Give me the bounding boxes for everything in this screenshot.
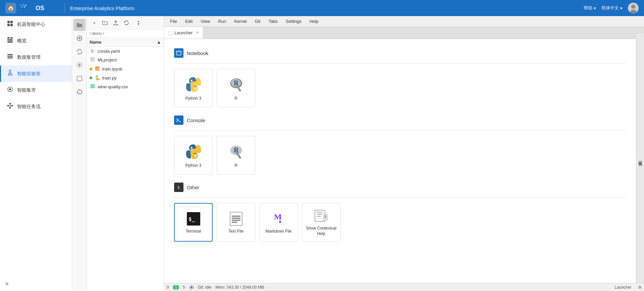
breadcrumb-text: / demo /	[90, 31, 104, 36]
svg-point-1	[22, 4, 24, 6]
status-gear[interactable]	[189, 285, 194, 290]
file-item-train-ipynb[interactable]: nb train.ipynb	[87, 64, 164, 74]
file-item-wine-csv[interactable]: wine-quality.csv	[87, 82, 164, 91]
notebook-grid: Python 3	[174, 69, 626, 107]
sidebar-label-lab: 智能实验室	[17, 71, 41, 77]
svg-rect-17	[7, 41, 13, 43]
user-avatar[interactable]	[628, 3, 639, 13]
svg-point-0	[20, 5, 22, 6]
file-item-mlproject[interactable]: MLproject	[87, 55, 164, 64]
svg-rect-73	[317, 212, 323, 213]
svg-point-2	[25, 5, 26, 6]
top-bar-right: 帮助 ▾ 简体中文 ▾	[584, 3, 639, 13]
launcher-tab-close[interactable]: ✕	[196, 31, 199, 35]
help-menu[interactable]: 帮助 ▾	[584, 5, 596, 11]
svg-text:nb: nb	[96, 67, 99, 70]
sidebar-item-lab[interactable]: 智能实验室	[0, 65, 72, 82]
train-ipynb-filename: train.ipynb	[102, 66, 122, 71]
refresh-btn[interactable]	[122, 18, 131, 28]
sidebar-item-market[interactable]: 智能集市	[0, 82, 72, 98]
enos-logo: En OS	[19, 3, 59, 13]
svg-text:En: En	[28, 5, 35, 11]
sort-btn[interactable]	[132, 18, 142, 28]
language-menu[interactable]: 简体中文 ▾	[601, 5, 623, 11]
status-menu-icon[interactable]: ≡	[638, 284, 641, 290]
run-instances-panel[interactable]: 运行实例	[636, 34, 644, 283]
r-notebook-card[interactable]: R R	[217, 69, 255, 107]
sidebar-item-dataset[interactable]: 数据集管理	[0, 49, 72, 65]
status-zero: 0	[167, 285, 169, 290]
menu-run[interactable]: Run	[215, 17, 229, 25]
new-folder-btn[interactable]: +	[100, 18, 110, 28]
svg-point-8	[631, 5, 635, 9]
svg-point-56	[191, 147, 192, 148]
markdownfile-label: Markdown File	[265, 229, 291, 234]
new-file-btn[interactable]: +	[90, 18, 99, 28]
svg-point-24	[7, 105, 9, 107]
icon-panel-refresh[interactable]	[73, 46, 86, 58]
svg-text:?: ?	[324, 215, 326, 220]
markdownfile-card[interactable]: M Markdown File	[259, 203, 298, 242]
menu-settings[interactable]: Settings	[282, 17, 305, 25]
svg-rect-18	[7, 54, 13, 55]
svg-point-31	[78, 37, 80, 39]
r-console-card[interactable]: R R	[217, 136, 255, 175]
terminal-label: Terminal	[186, 229, 201, 234]
svg-rect-20	[7, 57, 13, 58]
file-item-conda[interactable]: Y: conda.yaml	[87, 47, 164, 55]
icon-panel-settings[interactable]	[73, 59, 86, 71]
upload-btn[interactable]	[111, 18, 120, 28]
textfile-label: Text File	[228, 229, 244, 234]
home-icon[interactable]: 🏠	[5, 3, 16, 13]
terminal-card[interactable]: $_ Terminal	[174, 203, 213, 242]
console-grid: Python 3 R R	[174, 136, 626, 175]
menu-help[interactable]: Help	[306, 17, 322, 25]
sidebar-label-machine-center: 机器智能中心	[17, 21, 45, 28]
svg-rect-11	[10, 21, 13, 23]
menu-kernel[interactable]: Kernel	[231, 17, 250, 25]
icon-panel-folder[interactable]	[73, 19, 86, 31]
svg-rect-34	[77, 76, 82, 81]
tab-launcher[interactable]: ⬚ Launcher ✕	[164, 27, 203, 39]
status-s-badge[interactable]: S	[173, 285, 179, 289]
svg-text:+: +	[104, 21, 106, 25]
menu-file[interactable]: File	[167, 17, 180, 25]
svg-marker-32	[81, 49, 82, 50]
icon-panel-pages[interactable]	[73, 72, 86, 85]
textfile-card[interactable]: Text File	[217, 203, 255, 242]
svg-rect-43	[91, 84, 95, 88]
sidebar-collapse-btn[interactable]: ≡	[0, 277, 72, 291]
svg-rect-13	[10, 24, 13, 26]
wine-csv-icon	[90, 84, 96, 90]
sidebar-item-machine-center[interactable]: 机器智能中心	[0, 16, 72, 33]
other-grid: $_ Terminal Text File	[174, 203, 626, 242]
notebook-section-header: Notebook	[174, 48, 626, 58]
sidebar-item-workflow[interactable]: 智能任务流	[0, 98, 72, 115]
contextualhelp-card[interactable]: ? Show ContextualHelp	[302, 203, 340, 242]
tab-bar: ⬚ Launcher ✕	[164, 27, 644, 39]
svg-rect-48	[176, 51, 181, 55]
svg-marker-71	[279, 221, 281, 224]
menu-tabs[interactable]: Tabs	[265, 17, 281, 25]
r-console-icon: R	[227, 143, 245, 160]
svg-rect-16	[7, 39, 13, 41]
svg-point-50	[191, 80, 192, 81]
icon-panel-puzzle[interactable]	[73, 86, 86, 98]
svg-rect-65	[230, 212, 242, 226]
menu-view[interactable]: View	[197, 17, 213, 25]
python3-notebook-card[interactable]: Python 3	[174, 69, 213, 107]
menu-git[interactable]: Git	[252, 17, 264, 25]
file-item-train-py[interactable]: 🐍 train.py	[87, 74, 164, 82]
notebook-section-title: Notebook	[187, 50, 208, 56]
python3-console-card[interactable]: Python 3	[174, 136, 213, 175]
sidebar-item-overview[interactable]: 概览	[0, 33, 72, 49]
svg-point-27	[11, 105, 13, 107]
lab-icon	[6, 69, 14, 78]
menu-edit[interactable]: Edit	[182, 17, 196, 25]
icon-panel-circle[interactable]	[73, 32, 86, 44]
top-bar: 🏠 En OS Enterprise Analytics Platform 帮助…	[0, 0, 644, 16]
main-content: File Edit View Run Kernel Git Tabs Setti…	[164, 16, 644, 291]
workflow-icon	[6, 102, 14, 111]
menu-bar: File Edit View Run Kernel Git Tabs Setti…	[164, 16, 644, 27]
sidebar-label-overview: 概览	[17, 38, 26, 44]
